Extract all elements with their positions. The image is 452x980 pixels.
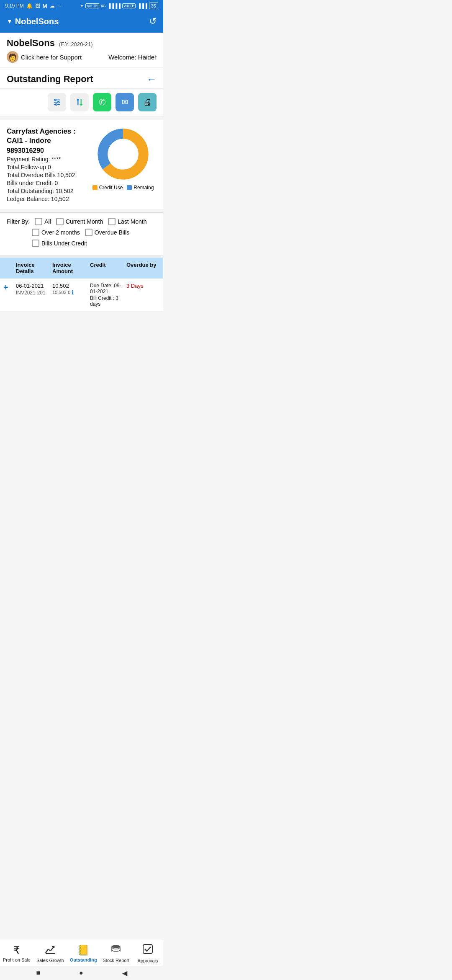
- credit-use-legend: Credit Use: [92, 185, 123, 191]
- alarm-icon: 🔔: [26, 3, 33, 9]
- invoice-date: 06-01-2021: [16, 283, 52, 289]
- filter-last-month-label: Last Month: [118, 218, 146, 225]
- volte-icon: VoLTE: [85, 3, 99, 8]
- whatsapp-button[interactable]: ✆: [93, 93, 111, 111]
- table-header-empty: [3, 262, 16, 274]
- filter-all[interactable]: All: [35, 218, 51, 225]
- filter-over2months-label: Over 2 months: [41, 229, 80, 236]
- invoice-details-cell: 06-01-2021 INV2021-201: [16, 283, 52, 296]
- svg-point-5: [55, 104, 57, 106]
- toolbar: ✆ ✉ 🖨: [0, 89, 163, 117]
- filter-section: Filter By: All Current Month Last Month …: [0, 212, 163, 256]
- filter-overdue-bills-label: Overdue Bills: [95, 229, 129, 236]
- filter-last-month-checkbox[interactable]: [108, 218, 116, 225]
- volte2-icon: VoLTE: [122, 3, 136, 8]
- table-header: Invoice Details Invoice Amount Credit Ov…: [0, 258, 163, 279]
- remaining-label: Remaing: [134, 185, 154, 191]
- refresh-icon[interactable]: ↺: [149, 16, 157, 27]
- filter-bills-under-credit-checkbox[interactable]: [32, 240, 39, 247]
- welcome-text: Welcome: Haider: [108, 54, 157, 61]
- dots-icon: ···: [57, 3, 62, 9]
- filter-current-month-checkbox[interactable]: [56, 218, 64, 225]
- filter-button[interactable]: [48, 93, 66, 111]
- filter-bills-under-credit[interactable]: Bills Under Credit: [32, 240, 87, 247]
- table-header-invoice-amount: Invoice Amount: [52, 262, 90, 274]
- sort-button[interactable]: [70, 93, 89, 111]
- due-date: Due Date: 09-01-2021: [90, 283, 126, 294]
- status-time: 9:19 PM: [5, 3, 24, 9]
- filter-label: Filter By:: [7, 218, 30, 225]
- filter-bills-under-credit-label: Bills Under Credit: [41, 240, 87, 247]
- expand-row-button[interactable]: +: [3, 283, 8, 292]
- header-row: 🧑 Click here for Support Welcome: Haider: [7, 51, 157, 63]
- dropdown-chevron-icon[interactable]: ▼: [7, 18, 13, 25]
- donut-chart: [96, 127, 150, 181]
- battery-icon: 35: [149, 3, 158, 9]
- table-row: + 06-01-2021 INV2021-201 10,502 10,502-0…: [0, 279, 163, 312]
- signal-4g-icon: 4G: [101, 4, 106, 8]
- bill-credit: Bill Credit : 3 days: [90, 295, 126, 307]
- svg-point-8: [110, 141, 137, 168]
- filter-last-month[interactable]: Last Month: [108, 218, 146, 225]
- gallery-icon: 🖼: [35, 3, 40, 9]
- total-outstanding: Total Outstanding: 10,502: [7, 188, 85, 194]
- status-left: 9:19 PM 🔔 🖼 M ☁ ···: [5, 3, 62, 9]
- overdue-badge: 3 Days: [126, 283, 143, 289]
- invoice-amount-sub: 10,502-0 ℹ: [52, 289, 90, 296]
- filter-all-checkbox[interactable]: [35, 218, 42, 225]
- filter-over-2months[interactable]: Over 2 months: [32, 229, 80, 236]
- status-bar: 9:19 PM 🔔 🖼 M ☁ ··· ✦ VoLTE 4G ▐▐▐▐ VoLT…: [0, 0, 163, 12]
- svg-point-4: [58, 101, 59, 103]
- chart-container: Credit Use Remaing: [90, 127, 157, 202]
- print-icon: 🖨: [143, 98, 152, 107]
- signal-bars-1: ▐▐▐▐: [108, 3, 121, 8]
- table-header-credit: Credit: [90, 262, 126, 274]
- page-title: Outstanding Report: [7, 74, 93, 85]
- mail-icon: ✉: [122, 98, 128, 107]
- chart-legend: Credit Use Remaing: [92, 185, 154, 191]
- fiscal-year: (F.Y.:2020-21): [59, 41, 93, 47]
- header-section: NobelSons (F.Y.:2020-21) 🧑 Click here fo…: [0, 33, 163, 67]
- nav-title: ▼ NobelSons: [7, 17, 59, 26]
- print-button[interactable]: 🖨: [138, 93, 157, 111]
- company-title-row: NobelSons (F.Y.:2020-21): [7, 38, 157, 49]
- table-header-overdue-by: Overdue by: [126, 262, 160, 274]
- filter-overdue-bills[interactable]: Overdue Bills: [85, 229, 129, 236]
- table-header-invoice-details: Invoice Details: [16, 262, 52, 274]
- page-header: Outstanding Report ←: [0, 67, 163, 89]
- company-name: NobelSons: [7, 38, 55, 48]
- support-avatar-icon: 🧑: [7, 51, 18, 63]
- ledger-balance: Ledger Balance: 10,502: [7, 196, 85, 202]
- filter-current-month[interactable]: Current Month: [56, 218, 103, 225]
- mail-button[interactable]: ✉: [116, 93, 134, 111]
- filter-current-month-label: Current Month: [66, 218, 103, 225]
- m-icon: M: [43, 3, 47, 9]
- info-icon[interactable]: ℹ: [72, 289, 74, 296]
- customer-info: Carryfast Agencies : CAI1 - Indore 98930…: [7, 127, 85, 202]
- status-right: ✦ VoLTE 4G ▐▐▐▐ VoLTE ▐▐▐ 35: [80, 3, 158, 9]
- payment-rating: Payment Rating: ****: [7, 156, 85, 162]
- total-followup: Total Follow-up 0: [7, 164, 85, 170]
- remaining-legend: Remaing: [127, 185, 154, 191]
- bills-under-credit: Bills under Credit: 0: [7, 180, 85, 186]
- filter-over2months-checkbox[interactable]: [32, 229, 39, 236]
- invoice-amount-value: 10,502: [52, 283, 90, 289]
- customer-phone: 9893016290: [7, 147, 85, 155]
- total-overdue-bills: Total Overdue Bills 10,502: [7, 172, 85, 178]
- filter-row-1: Filter By: All Current Month Last Month: [7, 218, 157, 225]
- invoice-number: INV2021-201: [16, 290, 52, 296]
- credit-use-dot: [92, 185, 98, 190]
- bluetooth-icon: ✦: [80, 3, 84, 9]
- support-text: Click here for Support: [21, 54, 82, 61]
- customer-name: Carryfast Agencies : CAI1 - Indore: [7, 127, 85, 145]
- support-link[interactable]: 🧑 Click here for Support: [7, 51, 82, 63]
- nav-brand-label: NobelSons: [15, 17, 59, 26]
- filter-all-label: All: [44, 218, 51, 225]
- cloud-icon: ☁: [50, 3, 55, 9]
- credit-cell: Due Date: 09-01-2021 Bill Credit : 3 day…: [90, 283, 126, 307]
- back-button[interactable]: ←: [146, 73, 157, 85]
- whatsapp-icon: ✆: [99, 97, 106, 107]
- nav-bar: ▼ NobelSons ↺: [0, 12, 163, 33]
- filter-overdue-bills-checkbox[interactable]: [85, 229, 92, 236]
- svg-point-3: [55, 99, 56, 101]
